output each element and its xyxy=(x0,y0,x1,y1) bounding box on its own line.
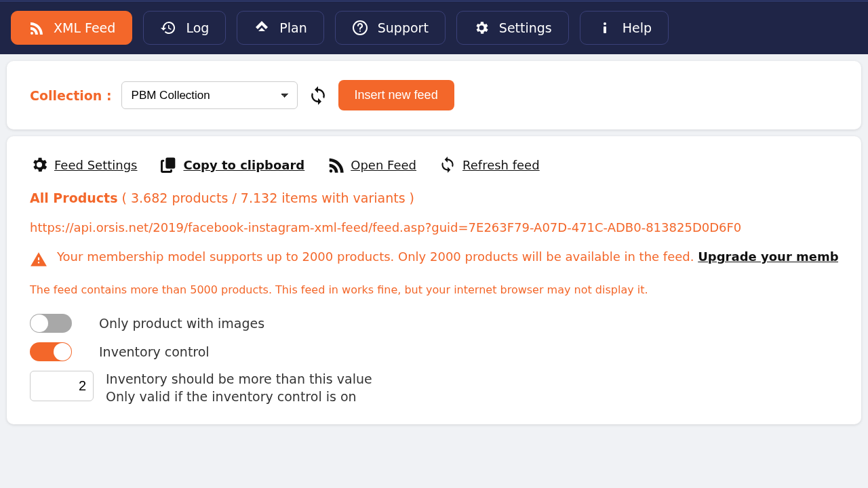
clipboard-icon xyxy=(159,155,178,174)
nav-label: Log xyxy=(186,20,209,35)
inventory-control-toggle[interactable] xyxy=(30,342,72,361)
nav-settings[interactable]: Settings xyxy=(456,11,569,45)
nav-label: Plan xyxy=(279,20,307,35)
nav-plan[interactable]: Plan xyxy=(237,11,323,45)
handshake-icon xyxy=(254,20,270,36)
insert-new-feed-button[interactable]: Insert new feed xyxy=(338,80,454,110)
action-label: Open Feed xyxy=(351,158,416,172)
info-icon xyxy=(597,20,613,36)
nav-label: Help xyxy=(623,20,652,35)
gear-icon xyxy=(473,20,490,36)
nav-label: XML Feed xyxy=(54,20,115,35)
nav-label: Settings xyxy=(499,20,552,35)
svg-rect-3 xyxy=(604,26,606,33)
gear-icon xyxy=(30,155,49,174)
collection-card: Collection : PBM Collection Insert new f… xyxy=(7,61,861,129)
rss-icon xyxy=(28,20,44,36)
svg-point-1 xyxy=(359,30,361,32)
question-circle-icon xyxy=(352,20,368,36)
warning-icon xyxy=(30,251,47,271)
action-label: Feed Settings xyxy=(54,158,138,172)
action-label: Refresh feed xyxy=(462,158,540,172)
svg-point-2 xyxy=(604,22,606,25)
rss-icon xyxy=(326,155,345,174)
copy-to-clipboard-link[interactable]: Copy to clipboard xyxy=(159,155,305,174)
browser-note: The feed contains more than 5000 product… xyxy=(30,283,838,296)
top-nav: XML Feed Log Plan Support Settings Help xyxy=(0,1,868,54)
refresh-collection-button[interactable] xyxy=(307,85,329,106)
collection-label: Collection : xyxy=(30,88,112,103)
inventory-description: Inventory should be more than this value… xyxy=(106,371,372,405)
only-images-toggle[interactable] xyxy=(30,314,72,333)
nav-help[interactable]: Help xyxy=(580,11,669,45)
feed-settings-link[interactable]: Feed Settings xyxy=(30,155,138,174)
sync-icon xyxy=(438,155,457,174)
nav-support[interactable]: Support xyxy=(335,11,446,45)
inventory-label: Inventory control xyxy=(99,344,210,359)
nav-xml-feed[interactable]: XML Feed xyxy=(11,11,132,45)
product-count: All Products ( 3.682 products / 7.132 it… xyxy=(30,190,838,205)
collection-select[interactable]: PBM Collection xyxy=(121,81,298,109)
sync-icon xyxy=(308,85,328,106)
action-label: Copy to clipboard xyxy=(184,158,305,172)
feed-card: Feed Settings Copy to clipboard Open Fee… xyxy=(7,136,861,424)
feed-url[interactable]: https://api.orsis.net/2019/facebook-inst… xyxy=(30,220,838,235)
upgrade-link[interactable]: Upgrade your membership model for m xyxy=(698,249,838,264)
nav-log[interactable]: Log xyxy=(143,11,226,45)
svg-rect-4 xyxy=(165,158,175,169)
history-icon xyxy=(160,20,176,36)
nav-label: Support xyxy=(378,20,429,35)
refresh-feed-link[interactable]: Refresh feed xyxy=(438,155,540,174)
membership-warning: Your membership model supports up to 200… xyxy=(30,249,838,271)
inventory-threshold-input[interactable] xyxy=(30,371,94,401)
only-images-label: Only product with images xyxy=(99,316,264,331)
open-feed-link[interactable]: Open Feed xyxy=(326,155,416,174)
